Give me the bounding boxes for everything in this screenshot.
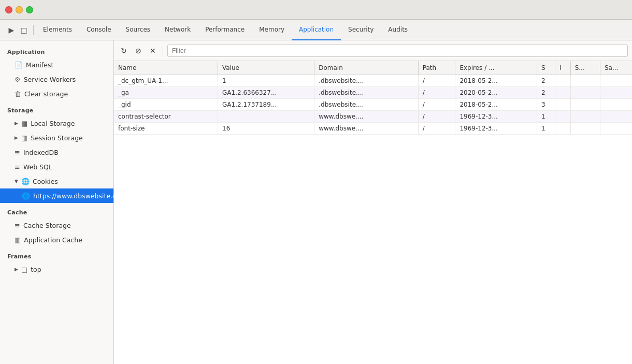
cookies-table-wrap: Name Value Domain Path Expires / ... S I…: [114, 61, 632, 364]
table-cell: [600, 111, 632, 123]
table-row[interactable]: _dc_gtm_UA-1...1.dbswebsite..../2018-05-…: [114, 75, 632, 87]
table-cell: 16: [218, 123, 314, 135]
cursor-icon[interactable]: ▶: [6, 25, 17, 35]
clear-storage-icon: 🗑: [15, 90, 21, 98]
sidebar-item-application-cache-label: Application Cache: [24, 236, 82, 244]
col-header-path[interactable]: Path: [418, 61, 455, 75]
indexeddb-icon: ≡: [15, 149, 20, 156]
col-header-secure[interactable]: S...: [570, 61, 600, 75]
col-header-expires[interactable]: Expires / ...: [455, 61, 537, 75]
table-cell: /: [418, 123, 455, 135]
table-cell: [555, 87, 570, 99]
sidebar-item-web-sql-label: Web SQL: [23, 163, 52, 171]
table-row[interactable]: font-size16www.dbswe..../1969-12-3...1: [114, 123, 632, 135]
content-toolbar: ↻ ⊘ ✕: [114, 40, 632, 61]
col-header-size[interactable]: S: [537, 61, 555, 75]
devtools-icons: ▶ □: [2, 25, 34, 35]
sidebar: Application 📄 Manifest ⚙ Service Workers…: [0, 40, 114, 364]
sidebar-item-cookies-url[interactable]: 🌐 https://www.dbswebsite.com: [0, 188, 113, 203]
web-sql-icon: ≡: [15, 163, 20, 171]
tab-console[interactable]: Console: [79, 20, 119, 40]
sidebar-item-local-storage-label: Local Storage: [31, 120, 75, 127]
table-cell: 3: [537, 99, 555, 111]
sidebar-item-cookies-url-label: https://www.dbswebsite.com: [33, 192, 114, 200]
maximize-button[interactable]: [26, 6, 33, 13]
titlebar: [0, 0, 632, 20]
elements-icon[interactable]: □: [19, 25, 29, 35]
tab-security[interactable]: Security: [341, 20, 381, 40]
sidebar-item-service-workers[interactable]: ⚙ Service Workers: [0, 72, 113, 86]
sidebar-item-indexeddb[interactable]: ≡ IndexedDB: [0, 145, 113, 159]
filter-input[interactable]: [167, 45, 628, 57]
minimize-button[interactable]: [16, 6, 23, 13]
sidebar-item-cookies-label: Cookies: [33, 178, 58, 185]
table-cell: [570, 123, 600, 135]
tab-audits[interactable]: Audits: [381, 20, 415, 40]
table-header-row: Name Value Domain Path Expires / ... S I…: [114, 61, 632, 75]
service-workers-icon: ⚙: [15, 76, 21, 83]
col-header-domain[interactable]: Domain: [314, 61, 419, 75]
refresh-button[interactable]: ↻: [118, 45, 130, 56]
sidebar-item-session-storage[interactable]: ▶ ▦ Session Storage: [0, 130, 113, 145]
expand-session-storage-icon: ▶: [15, 135, 18, 140]
col-header-http[interactable]: I: [555, 61, 570, 75]
table-cell: 2020-05-2...: [455, 87, 537, 99]
table-cell: 1: [537, 123, 555, 135]
sidebar-item-frames-top[interactable]: ▶ □ top: [0, 262, 113, 276]
sidebar-item-cache-storage[interactable]: ≡ Cache Storage: [0, 218, 113, 232]
table-cell: 2: [537, 87, 555, 99]
tab-memory[interactable]: Memory: [252, 20, 292, 40]
table-row[interactable]: _gaGA1.2.6366327....dbswebsite..../2020-…: [114, 87, 632, 99]
table-cell: /: [418, 75, 455, 87]
sidebar-item-manifest[interactable]: 📄 Manifest: [0, 57, 113, 72]
table-cell: [570, 111, 600, 123]
table-cell: [555, 75, 570, 87]
sidebar-item-clear-storage[interactable]: 🗑 Clear storage: [0, 86, 113, 101]
table-cell: 1: [537, 111, 555, 123]
clear-button[interactable]: ⊘: [133, 45, 144, 56]
tab-sources[interactable]: Sources: [119, 20, 157, 40]
col-header-name[interactable]: Name: [114, 61, 218, 75]
sidebar-section-storage: Storage: [0, 101, 113, 116]
sidebar-item-application-cache[interactable]: ▦ Application Cache: [0, 232, 113, 247]
close-button[interactable]: ✕: [147, 45, 159, 56]
table-cell: 1: [218, 75, 314, 87]
table-cell: [555, 123, 570, 135]
tab-performance[interactable]: Performance: [198, 20, 252, 40]
window-controls: [5, 6, 33, 13]
table-cell: 1969-12-3...: [455, 123, 537, 135]
sidebar-item-local-storage[interactable]: ▶ ▦ Local Storage: [0, 116, 113, 130]
table-cell: www.dbswe....: [314, 123, 419, 135]
col-header-samesite[interactable]: Sa...: [600, 61, 632, 75]
table-cell: GA1.2.1737189...: [218, 99, 314, 111]
tab-application[interactable]: Application: [292, 20, 341, 40]
tab-elements[interactable]: Elements: [36, 20, 79, 40]
sidebar-item-clear-storage-label: Clear storage: [24, 90, 68, 98]
sidebar-item-manifest-label: Manifest: [26, 61, 53, 69]
close-button[interactable]: [5, 6, 12, 13]
expand-local-storage-icon: ▶: [15, 121, 18, 126]
sidebar-item-indexeddb-label: IndexedDB: [23, 149, 59, 156]
table-cell: 2018-05-2...: [455, 75, 537, 87]
content-area: ↻ ⊘ ✕ Name Value Domain Path Expires / .…: [114, 40, 632, 364]
expand-cookies-icon: ▼: [15, 179, 18, 184]
col-header-value[interactable]: Value: [218, 61, 314, 75]
expand-frames-icon: ▶: [15, 267, 18, 272]
toolbar-divider: [163, 47, 163, 55]
sidebar-item-service-workers-label: Service Workers: [24, 76, 76, 83]
session-storage-icon: ▦: [21, 134, 27, 142]
table-cell: [600, 99, 632, 111]
tab-network[interactable]: Network: [157, 20, 198, 40]
table-row[interactable]: _gidGA1.2.1737189....dbswebsite..../2018…: [114, 99, 632, 111]
sidebar-section-frames: Frames: [0, 247, 113, 262]
table-cell: [555, 111, 570, 123]
sidebar-item-session-storage-label: Session Storage: [31, 134, 83, 142]
table-row[interactable]: contrast-selectorwww.dbswe..../1969-12-3…: [114, 111, 632, 123]
sidebar-item-web-sql[interactable]: ≡ Web SQL: [0, 159, 113, 174]
table-cell: [218, 111, 314, 123]
table-cell: [600, 123, 632, 135]
table-cell: _gid: [114, 99, 218, 111]
sidebar-item-cookies[interactable]: ▼ 🌐 Cookies: [0, 174, 113, 188]
sidebar-section-cache: Cache: [0, 203, 113, 218]
table-cell: [600, 87, 632, 99]
